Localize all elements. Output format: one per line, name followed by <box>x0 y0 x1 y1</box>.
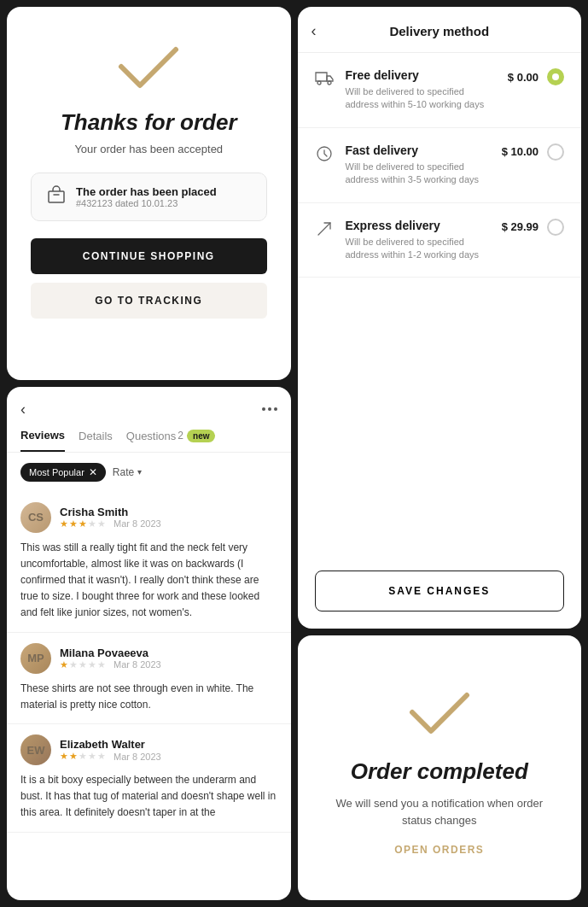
reviews-card: ‹ Reviews Details Questions 2 new Most P… <box>7 387 291 900</box>
order-placed-main: The order has been placed <box>76 185 217 198</box>
completed-checkmark-icon <box>405 687 474 738</box>
avatar: EW <box>20 734 51 765</box>
reviewer-name: Crisha Smith <box>60 506 161 518</box>
stars-date-row: ★★★★★ Mar 8 2023 <box>60 518 161 530</box>
continue-shopping-button[interactable]: CONTINUE SHOPPING <box>31 238 267 274</box>
free-delivery-name: Free delivery <box>346 68 496 82</box>
order-placed-sub: #432123 dated 10.01.23 <box>76 198 217 208</box>
fast-delivery-right: $ 10.00 <box>502 143 564 161</box>
express-delivery-radio[interactable] <box>547 219 564 236</box>
order-placed-box: The order has been placed #432123 dated … <box>31 173 267 221</box>
express-delivery-desc: Will be delivered to specified address w… <box>346 236 490 262</box>
checkmark-icon <box>114 41 183 92</box>
open-orders-link[interactable]: OPEN ORDERS <box>394 844 484 856</box>
express-icon <box>315 220 334 242</box>
svg-rect-0 <box>49 191 64 202</box>
free-delivery-info: Free delivery Will be delivered to speci… <box>346 68 496 112</box>
delivery-header: ‹ Delivery method <box>298 7 582 53</box>
stars-date-row: ★★★★★ Mar 8 2023 <box>60 659 161 670</box>
express-delivery-option[interactable]: Express delivery Will be delivered to sp… <box>298 203 582 278</box>
clock-icon <box>315 145 334 167</box>
thanks-subtitle: Your order has been accepted <box>74 143 223 155</box>
tab-questions[interactable]: Questions 2 new <box>126 430 216 451</box>
reviewer-name: Milana Povaeeva <box>60 647 161 659</box>
thanks-title: Thanks for order <box>61 109 237 136</box>
svg-point-2 <box>328 81 331 85</box>
avatar: MP <box>20 643 51 674</box>
go-to-tracking-button[interactable]: GO TO TRACKING <box>31 283 267 319</box>
order-completed-card: Order completed We will send you a notif… <box>298 635 582 900</box>
star-rating: ★★★★★ <box>60 518 107 530</box>
review-item: EW Elizabeth Walter ★★★★★ Mar 8 2023 It … <box>7 724 291 833</box>
delivery-method-card: ‹ Delivery method Free delivery Will be … <box>298 7 582 629</box>
review-date: Mar 8 2023 <box>114 518 161 529</box>
thanks-for-order-card: Thanks for order Your order has been acc… <box>7 7 291 380</box>
completed-subtitle: We will send you a notification when ord… <box>322 795 558 831</box>
review-text: This was still a really tight fit and th… <box>20 540 277 622</box>
reviews-back-button[interactable]: ‹ <box>20 401 26 418</box>
remove-filter-button[interactable]: ✕ <box>89 466 97 478</box>
fast-delivery-name: Fast delivery <box>346 143 490 157</box>
free-delivery-radio[interactable] <box>547 68 564 85</box>
review-item: CS Crisha Smith ★★★★★ Mar 8 2023 This wa… <box>7 492 291 633</box>
chevron-down-icon: ▾ <box>137 467 142 477</box>
review-date: Mar 8 2023 <box>114 659 161 670</box>
completed-title: Order completed <box>351 758 528 785</box>
box-icon <box>47 185 66 208</box>
more-options-button[interactable] <box>262 407 277 411</box>
review-text: It is a bit boxy especially between the … <box>20 772 277 822</box>
reviews-tabs: Reviews Details Questions 2 new <box>7 418 291 453</box>
reviews-nav: ‹ <box>7 387 291 418</box>
tab-reviews[interactable]: Reviews <box>20 429 65 452</box>
most-popular-filter[interactable]: Most Popular ✕ <box>20 463 106 482</box>
review-text: These shirts are not see through even in… <box>20 681 277 713</box>
express-delivery-name: Express delivery <box>346 219 490 232</box>
stars-date-row: ★★★★★ Mar 8 2023 <box>60 751 161 762</box>
reviewer-info: Elizabeth Walter ★★★★★ Mar 8 2023 <box>60 738 161 762</box>
fast-delivery-radio[interactable] <box>547 143 564 161</box>
free-delivery-desc: Will be delivered to specified address w… <box>346 85 496 112</box>
rate-filter[interactable]: Rate ▾ <box>113 466 142 478</box>
fast-delivery-option[interactable]: Fast delivery Will be delivered to speci… <box>298 128 582 203</box>
express-delivery-info: Express delivery Will be delivered to sp… <box>346 219 490 262</box>
free-delivery-right: $ 0.00 <box>508 68 564 85</box>
svg-point-1 <box>317 81 321 85</box>
reviewer-name: Elizabeth Walter <box>60 738 161 751</box>
reviewer-info: Crisha Smith ★★★★★ Mar 8 2023 <box>60 506 161 530</box>
avatar: CS <box>20 502 51 533</box>
back-button[interactable]: ‹ <box>311 22 317 40</box>
free-delivery-option[interactable]: Free delivery Will be delivered to speci… <box>298 53 582 128</box>
save-changes-button[interactable]: SAVE CHANGES <box>315 571 565 611</box>
tab-details[interactable]: Details <box>79 430 113 451</box>
reviewer-info: Milana Povaeeva ★★★★★ Mar 8 2023 <box>60 647 161 670</box>
truck-icon <box>315 70 334 90</box>
express-delivery-price: $ 29.99 <box>502 220 539 233</box>
star-rating: ★★★★★ <box>60 751 107 762</box>
reviewer-row: EW Elizabeth Walter ★★★★★ Mar 8 2023 <box>20 734 277 765</box>
fast-delivery-info: Fast delivery Will be delivered to speci… <box>346 143 490 187</box>
reviewer-row: MP Milana Povaeeva ★★★★★ Mar 8 2023 <box>20 643 277 674</box>
free-delivery-price: $ 0.00 <box>508 71 539 84</box>
delivery-title: Delivery method <box>315 24 565 38</box>
order-placed-text: The order has been placed #432123 dated … <box>76 185 217 208</box>
fast-delivery-price: $ 10.00 <box>502 145 539 158</box>
star-rating: ★★★★★ <box>60 659 107 670</box>
questions-badge: new <box>187 430 215 442</box>
reviews-filter: Most Popular ✕ Rate ▾ <box>7 453 291 492</box>
express-delivery-right: $ 29.99 <box>502 219 564 236</box>
review-item: MP Milana Povaeeva ★★★★★ Mar 8 2023 Thes… <box>7 633 291 724</box>
fast-delivery-desc: Will be delivered to specified address w… <box>346 161 490 187</box>
review-date: Mar 8 2023 <box>114 752 161 762</box>
reviewer-row: CS Crisha Smith ★★★★★ Mar 8 2023 <box>20 502 277 533</box>
